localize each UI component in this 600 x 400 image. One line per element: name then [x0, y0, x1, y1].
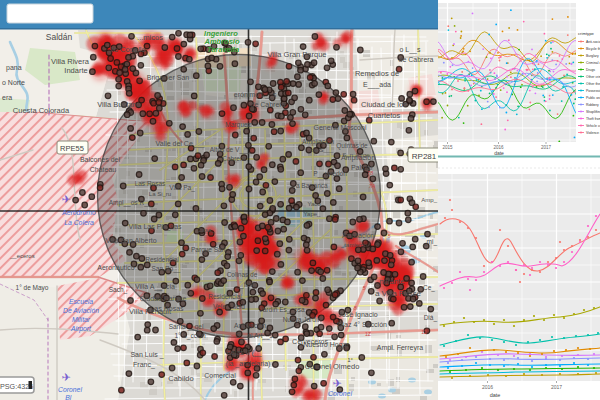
- svg-text:G__al Art__s: G__al Art__s: [235, 332, 273, 340]
- svg-text:Coronel: Coronel: [58, 386, 82, 393]
- svg-text:Public order: Public order: [586, 96, 600, 100]
- svg-text:Quintas de: Quintas de: [336, 142, 368, 150]
- svg-text:Nueva Jardín: Nueva Jardín: [283, 316, 322, 323]
- svg-text:San Ro__: San Ro__: [152, 265, 181, 273]
- svg-text:La Colera: La Colera: [64, 219, 94, 226]
- svg-text:2017: 2017: [551, 384, 562, 390]
- svg-text:1° de Mayo: 1° de Mayo: [16, 284, 49, 292]
- svg-text:...micos: ...micos: [137, 33, 163, 42]
- svg-text:__field: __field: [235, 281, 256, 289]
- svg-text:1Z: 1Z: [365, 331, 371, 337]
- svg-text:2016: 2016: [482, 384, 493, 390]
- svg-text:Ampliación: Ampliación: [302, 138, 334, 146]
- svg-text:PSG:4326: PSG:4326: [0, 382, 33, 391]
- svg-text:Ciudad de los: Ciudad de los: [361, 100, 407, 109]
- svg-text:2015: 2015: [442, 145, 453, 150]
- svg-text:Bejas II (__: Bejas II (__: [226, 349, 262, 357]
- svg-text:Escuela: Escuela: [69, 298, 93, 305]
- svg-text:Other crime: Other crime: [586, 75, 600, 79]
- svg-text:Anti-social b...: Anti-social b...: [586, 40, 600, 44]
- svg-text:RPE55: RPE55: [60, 144, 84, 153]
- svg-text:Aeronáutico: Aeronáutico: [97, 264, 134, 271]
- svg-text:José Ignacio: José Ignacio: [338, 311, 377, 319]
- svg-text:Vele__field: Vele__field: [213, 303, 245, 311]
- svg-text:General Mosconi: General Mosconi: [314, 124, 367, 131]
- svg-text:7A: 7A: [369, 183, 376, 189]
- svg-text:Altos de V___: Altos de V___: [210, 146, 251, 154]
- svg-text:de Cabrera: de Cabrera: [398, 56, 433, 63]
- svg-text:P__yrredón: P__yrredón: [313, 170, 347, 178]
- svg-text:Villa Pa_: Villa Pa_: [169, 184, 195, 192]
- svg-text:Yape_: Yape_: [304, 211, 322, 217]
- svg-text:Villa A__acia: Villa A__acia: [135, 283, 175, 291]
- svg-text:Balcones del: Balcones del: [80, 156, 121, 163]
- svg-text:(la _andelaria): (la _andelaria): [226, 360, 271, 368]
- svg-text:Comercial: Comercial: [204, 372, 236, 379]
- svg-text:era: era: [2, 94, 12, 101]
- svg-text:Saldán: Saldán: [46, 32, 73, 42]
- svg-text:Santa __gel: Santa __gel: [169, 323, 204, 331]
- svg-text:Cuartetos: Cuartetos: [368, 111, 401, 120]
- svg-text:Ampliación: Ampliación: [234, 322, 266, 330]
- svg-text:La Si_ru: La Si_ru: [149, 191, 171, 197]
- svg-text:Casa_: Casa_: [197, 227, 215, 233]
- svg-text:Robbery: Robbery: [586, 103, 599, 107]
- svg-text:Residencial: Residencial: [145, 256, 179, 263]
- svg-text:Chateau: Chateau: [90, 166, 117, 173]
- svg-text:Villa San Alberto: Villa San Alberto: [105, 237, 156, 244]
- svg-text:✈: ✈: [61, 371, 70, 383]
- svg-text:Airport: Airport: [70, 325, 92, 333]
- svg-text:a Villa Posse: a Villa Posse: [375, 289, 422, 298]
- svg-text:Parque San_: Parque San_: [191, 246, 229, 254]
- svg-text:Cabrera: Cabrera: [222, 155, 246, 162]
- svg-text:78: 78: [367, 170, 374, 176]
- svg-text:12r: 12r: [326, 330, 334, 336]
- svg-text:Drugs: Drugs: [586, 68, 595, 72]
- svg-text:Criminal dam...: Criminal dam...: [586, 61, 600, 65]
- svg-text:Diá_: Diá_: [424, 314, 438, 322]
- svg-text:Brigadier San: Brigadier San: [147, 74, 190, 82]
- svg-text:Amp_: Amp_: [421, 197, 437, 203]
- svg-text:o L__s: o L__s: [399, 46, 421, 54]
- svg-text:Marquez: Marquez: [225, 121, 250, 129]
- svg-text:Bl___: Bl___: [65, 394, 83, 400]
- svg-text:Franc_: Franc_: [133, 361, 155, 369]
- svg-text:12: 12: [421, 329, 427, 335]
- svg-text:Ampl. Ferreyra: Ampl. Ferreyra: [377, 344, 423, 352]
- svg-text:Shoplifting: Shoplifting: [586, 110, 600, 114]
- svg-text:De Aviación: De Aviación: [63, 307, 99, 314]
- svg-text:de Cabrera: de Cabrera: [250, 101, 285, 108]
- svg-text:Vehicle crime: Vehicle crime: [586, 124, 600, 128]
- svg-text:Violence and...: Violence and...: [586, 131, 600, 135]
- svg-text:Cuesta Colorada: Cuesta Colorada: [13, 106, 70, 115]
- svg-text:✈: ✈: [332, 377, 341, 389]
- svg-text:San Luis _: San Luis _: [130, 351, 163, 359]
- svg-text:Villa Renault: Villa Renault: [129, 307, 172, 316]
- svg-text:Villa Gran Parque: Villa Gran Parque: [267, 50, 326, 59]
- svg-text:Coronel: Coronel: [328, 390, 352, 397]
- svg-text:...llo Copello: ...llo Copello: [104, 45, 145, 54]
- svg-text:Colinas de: Colinas de: [227, 271, 258, 278]
- svg-text:pana: pana: [6, 64, 22, 72]
- svg-text:erónimo L__s: erónimo L__s: [234, 91, 277, 99]
- svg-text:1° S_cción: 1° S_cción: [174, 332, 206, 340]
- svg-text:_mi_: _mi_: [422, 238, 437, 246]
- svg-text:Theft from t...: Theft from t...: [586, 117, 600, 121]
- svg-text:Burglary: Burglary: [586, 54, 599, 58]
- svg-text:Villa Bustano: Villa Bustano: [97, 100, 141, 109]
- svg-text:Villa Rivera: Villa Rivera: [51, 57, 90, 66]
- svg-text:date: date: [494, 150, 504, 156]
- svg-text:crimtype: crimtype: [578, 31, 594, 36]
- svg-text:_mirante: _mirante: [374, 277, 404, 286]
- svg-text:Sach_: Sach_: [109, 286, 128, 294]
- svg-text:__eceros: __eceros: [9, 253, 35, 259]
- svg-text:Ampl__os R__: Ampl__os R__: [109, 199, 152, 207]
- svg-text:de S___: de S___: [311, 147, 334, 153]
- svg-text:Other theft: Other theft: [586, 82, 600, 86]
- svg-text:date: date: [490, 392, 501, 398]
- svg-text:RP281: RP281: [412, 152, 437, 161]
- svg-text:Possession o...: Possession o...: [586, 89, 600, 93]
- svg-text:Las Rosas: Las Rosas: [135, 180, 166, 187]
- svg-text:Ce_: Ce_: [423, 284, 435, 292]
- svg-text:Díaz 4° Sección: Díaz 4° Sección: [337, 321, 387, 328]
